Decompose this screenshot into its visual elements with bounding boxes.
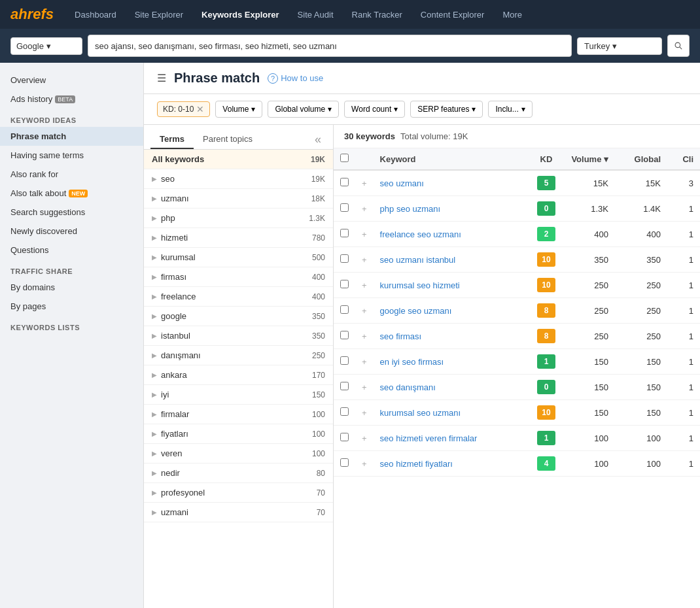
sidebar-item-by-pages[interactable]: By pages [0,297,143,316]
list-item[interactable]: ▶ danışmanı 250 [144,346,333,365]
word-count-filter-btn[interactable]: Word count ▾ [344,101,405,118]
th-keyword[interactable]: Keyword [374,148,530,170]
add-keyword-btn[interactable]: + [355,273,374,298]
nav-item-rank-tracker[interactable]: Rank Tracker [344,6,410,24]
panel-collapse-button[interactable]: « [309,130,326,149]
sidebar-item-newly-discovered[interactable]: Newly discovered [0,222,143,241]
list-item[interactable]: ▶ iyi 150 [144,385,333,405]
row-checkbox[interactable] [334,273,355,298]
nav-item-site-explorer[interactable]: Site Explorer [127,6,191,24]
search-button[interactable] [667,35,690,57]
kd-filter-tag[interactable]: KD: 0-10 ✕ [157,101,210,117]
list-item[interactable]: ▶ istanbul 350 [144,326,333,346]
add-keyword-btn[interactable]: + [355,426,374,451]
row-select-checkbox[interactable] [340,458,349,467]
add-keyword-btn[interactable]: + [355,196,374,222]
include-filter-btn[interactable]: Inclu... ▾ [488,101,532,118]
list-item[interactable]: ▶ firmalar 100 [144,405,333,424]
row-select-checkbox[interactable] [340,254,349,263]
list-item[interactable]: ▶ profesyonel 70 [144,483,333,503]
hamburger-icon[interactable]: ☰ [157,72,166,84]
keyword-cell[interactable]: seo hizmeti veren firmalar [374,426,530,451]
row-checkbox[interactable] [334,349,355,375]
keyword-cell[interactable]: seo hizmeti fiyatları [374,451,530,477]
list-item[interactable]: ▶ ankara 170 [144,365,333,385]
list-item[interactable]: ▶ kurumsal 500 [144,248,333,267]
row-select-checkbox[interactable] [340,433,349,441]
th-kd[interactable]: KD [530,148,563,170]
keyword-cell[interactable]: google seo uzmanı [374,298,530,324]
global-volume-filter-btn[interactable]: Global volume ▾ [268,101,339,118]
row-checkbox[interactable] [334,170,355,196]
volume-filter-btn[interactable]: Volume ▾ [215,101,262,118]
row-select-checkbox[interactable] [340,305,349,314]
keyword-cell[interactable]: seo firması [374,324,530,349]
keyword-cell[interactable]: en iyi seo firması [374,349,530,375]
keywords-table-container[interactable]: Keyword KD Volume ▾ Global Cli + seo uzm… [334,148,700,608]
row-select-checkbox[interactable] [340,382,349,390]
list-item[interactable]: ▶ php 1.3K [144,209,333,228]
row-checkbox[interactable] [334,426,355,451]
row-select-checkbox[interactable] [340,331,349,339]
keyword-cell[interactable]: seo uzmanı [374,170,530,196]
list-item[interactable]: ▶ nedir 80 [144,464,333,483]
row-select-checkbox[interactable] [340,229,349,237]
list-item[interactable]: ▶ veren 100 [144,444,333,464]
row-select-checkbox[interactable] [340,356,349,365]
list-item[interactable]: ▶ uzmanı 18K [144,189,333,209]
engine-select[interactable]: Google ▾ [10,37,82,55]
sidebar-item-also-rank-for[interactable]: Also rank for [0,165,143,184]
list-item[interactable]: ▶ uzmani 70 [144,503,333,522]
serp-features-filter-btn[interactable]: SERP features ▾ [410,101,483,118]
sidebar-item-ads-history[interactable]: Ads history BETA [0,90,143,109]
add-keyword-btn[interactable]: + [355,375,374,400]
tab-terms[interactable]: Terms [150,130,194,149]
add-keyword-btn[interactable]: + [355,349,374,375]
nav-item-keywords-explorer[interactable]: Keywords Explorer [194,6,287,24]
tab-parent-topics[interactable]: Parent topics [194,130,262,149]
nav-item-dashboard[interactable]: Dashboard [67,6,124,24]
add-keyword-btn[interactable]: + [355,170,374,196]
nav-item-site-audit[interactable]: Site Audit [290,6,341,24]
kd-filter-close-icon[interactable]: ✕ [196,105,204,114]
sidebar-item-overview[interactable]: Overview [0,71,143,90]
th-checkbox[interactable] [334,148,355,170]
keyword-cell[interactable]: kurumsal seo uzmanı [374,400,530,426]
all-keywords-item[interactable]: All keywords 19K [144,150,333,169]
keyword-cell[interactable]: php seo uzmanı [374,196,530,222]
keyword-cell[interactable]: kurumsal seo hizmeti [374,273,530,298]
row-select-checkbox[interactable] [340,280,349,288]
th-volume[interactable]: Volume ▾ [563,148,615,170]
sidebar-item-also-talk-about[interactable]: Also talk about NEW [0,184,143,203]
list-item[interactable]: ▶ google 350 [144,307,333,326]
sidebar-item-questions[interactable]: Questions [0,241,143,260]
list-item[interactable]: ▶ hizmeti 780 [144,228,333,248]
row-select-checkbox[interactable] [340,203,349,212]
th-cli[interactable]: Cli [667,148,700,170]
how-to-use-link[interactable]: ? How to use [268,73,323,84]
list-item[interactable]: ▶ freelance 400 [144,287,333,307]
select-all-checkbox[interactable] [340,154,349,162]
add-keyword-btn[interactable]: + [355,247,374,273]
add-keyword-btn[interactable]: + [355,451,374,477]
add-keyword-btn[interactable]: + [355,324,374,349]
add-keyword-btn[interactable]: + [355,222,374,247]
sidebar-item-having-same-terms[interactable]: Having same terms [0,146,143,165]
country-select[interactable]: Turkey ▾ [577,37,662,55]
add-keyword-btn[interactable]: + [355,298,374,324]
row-checkbox[interactable] [334,298,355,324]
th-global[interactable]: Global [615,148,667,170]
keyword-cell[interactable]: seo uzmanı istanbul [374,247,530,273]
row-checkbox[interactable] [334,222,355,247]
sidebar-item-phrase-match[interactable]: Phrase match [0,127,143,146]
list-item[interactable]: ▶ fiyatları 100 [144,424,333,444]
list-item[interactable]: ▶ seo 19K [144,169,333,189]
list-item[interactable]: ▶ firması 400 [144,267,333,287]
row-checkbox[interactable] [334,324,355,349]
sidebar-item-by-domains[interactable]: By domains [0,278,143,297]
keyword-cell[interactable]: seo danışmanı [374,375,530,400]
row-checkbox[interactable] [334,196,355,222]
row-checkbox[interactable] [334,375,355,400]
nav-item-content-explorer[interactable]: Content Explorer [413,6,493,24]
row-checkbox[interactable] [334,451,355,477]
